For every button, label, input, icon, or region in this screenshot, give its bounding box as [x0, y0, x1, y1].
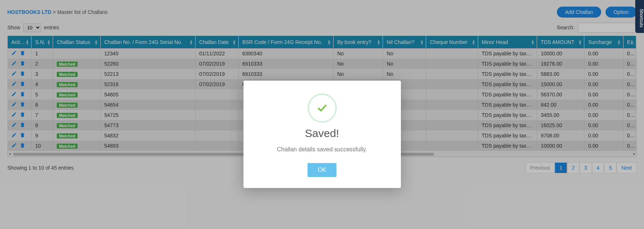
- modal-ok-button[interactable]: OK: [308, 163, 336, 177]
- shortcuts-tab[interactable]: Shortcuts: [635, 0, 644, 33]
- modal-title: Saved!: [254, 127, 390, 140]
- check-circle-icon: [308, 93, 337, 123]
- saved-modal: Saved! Challan details saved successfull…: [243, 81, 401, 188]
- modal-message: Challan details saved successfully.: [254, 146, 390, 153]
